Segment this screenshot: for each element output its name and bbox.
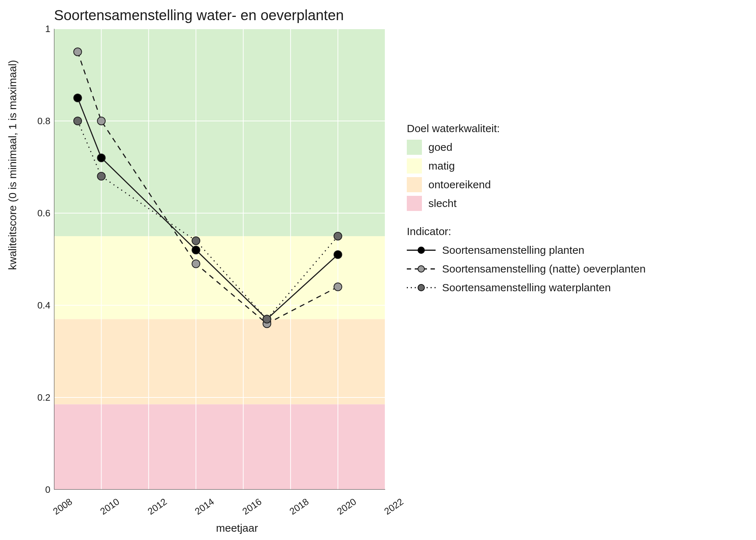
svg-point-26 <box>74 94 82 102</box>
ontoereikend-swatch <box>407 177 422 192</box>
svg-point-30 <box>334 251 342 258</box>
legend-fill-slecht: slecht <box>407 196 745 211</box>
y-tick-04: 0.4 <box>29 300 50 311</box>
svg-point-36 <box>74 117 82 125</box>
svg-point-37 <box>97 172 105 180</box>
x-tick-2022: 2022 <box>382 496 406 517</box>
legend-series-2: Soortensamenstelling waterplanten <box>407 280 745 295</box>
x-tick-2008: 2008 <box>51 496 75 517</box>
legend-series-1-icon <box>407 261 436 276</box>
svg-point-38 <box>192 237 200 245</box>
legend-series-1: Soortensamenstelling (natte) oeverplante… <box>407 261 745 276</box>
svg-point-44 <box>418 247 424 253</box>
plot-area <box>54 29 385 490</box>
legend-series-0: Soortensamenstelling planten <box>407 243 745 258</box>
svg-point-28 <box>192 246 200 254</box>
goed-swatch <box>407 140 422 155</box>
y-tick-02: 0.2 <box>29 392 50 403</box>
svg-rect-3 <box>54 404 385 490</box>
legend-fill-label-3: slecht <box>428 197 456 210</box>
legend: Doel waterkwaliteit: goed matig ontoerei… <box>407 108 745 299</box>
x-tick-2020: 2020 <box>335 496 359 517</box>
svg-point-39 <box>263 315 271 323</box>
x-axis-label: meetjaar <box>216 522 258 534</box>
y-tick-10: 1 <box>29 23 50 35</box>
svg-rect-2 <box>54 319 385 404</box>
svg-point-27 <box>97 154 105 162</box>
legend-line-title: Indicator: <box>407 225 745 238</box>
legend-fill-title: Doel waterkwaliteit: <box>407 122 745 135</box>
legend-series-0-icon <box>407 243 436 258</box>
legend-series-1-label: Soortensamenstelling (natte) oeverplante… <box>442 263 645 275</box>
legend-fill-matig: matig <box>407 158 745 174</box>
svg-point-32 <box>97 117 105 125</box>
legend-fill-ontoereikend: ontoereikend <box>407 177 745 192</box>
y-tick-08: 0.8 <box>29 116 50 127</box>
slecht-swatch <box>407 196 422 211</box>
x-tick-2012: 2012 <box>146 496 169 517</box>
chart-title: Soortensamenstelling water- en oeverplan… <box>54 7 344 23</box>
svg-rect-1 <box>54 236 385 319</box>
legend-fill-label-1: matig <box>428 160 455 172</box>
svg-point-31 <box>74 48 82 56</box>
svg-point-46 <box>418 266 424 272</box>
svg-rect-0 <box>54 29 385 236</box>
y-axis-label: kwaliteitscore (0 is minimaal, 1 is maxi… <box>6 60 19 270</box>
y-tick-0: 0 <box>29 484 50 495</box>
svg-point-48 <box>418 284 424 291</box>
x-tick-2014: 2014 <box>193 496 216 517</box>
svg-point-35 <box>334 283 342 291</box>
legend-fill-label-2: ontoereikend <box>428 179 491 191</box>
chart-figure: Soortensamenstelling water- en oeverplan… <box>0 0 756 540</box>
legend-fill-goed: goed <box>407 140 745 155</box>
x-tick-2010: 2010 <box>98 496 122 517</box>
legend-series-0-label: Soortensamenstelling planten <box>442 244 584 256</box>
x-tick-2018: 2018 <box>288 496 311 517</box>
legend-series-2-label: Soortensamenstelling waterplanten <box>442 282 611 294</box>
svg-point-40 <box>334 232 342 240</box>
svg-point-33 <box>192 260 200 268</box>
y-tick-06: 0.6 <box>29 208 50 219</box>
legend-fill-label-0: goed <box>428 141 453 153</box>
matig-swatch <box>407 158 422 174</box>
x-tick-2016: 2016 <box>240 496 264 517</box>
legend-series-2-icon <box>407 280 436 295</box>
